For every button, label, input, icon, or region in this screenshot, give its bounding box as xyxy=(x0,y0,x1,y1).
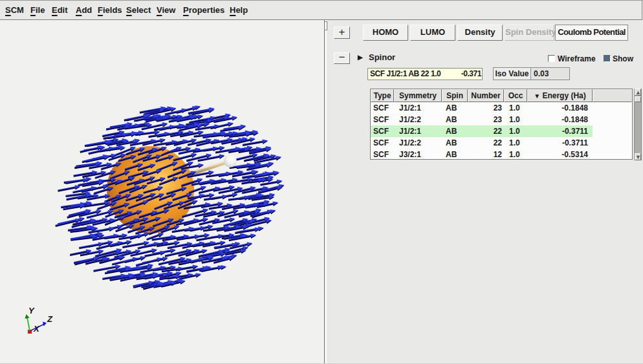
svg-text:Y: Y xyxy=(28,306,35,316)
svg-text:Z: Z xyxy=(47,314,53,324)
svg-text:X: X xyxy=(33,324,40,334)
